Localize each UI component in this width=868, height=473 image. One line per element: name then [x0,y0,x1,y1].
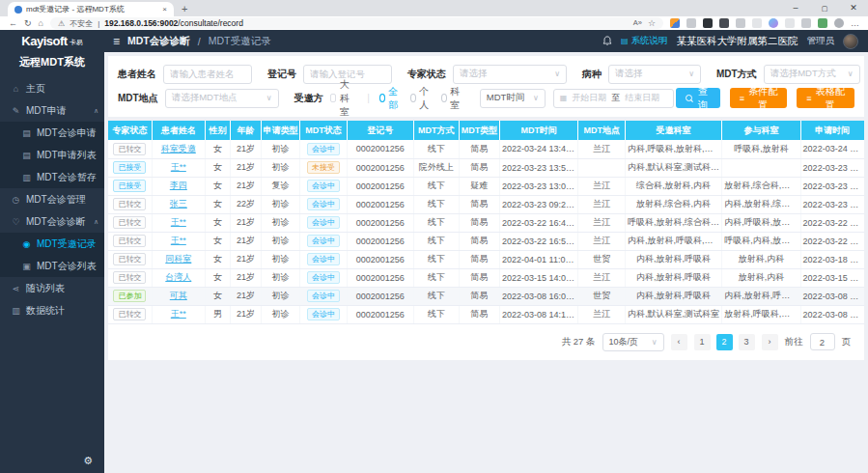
system-help-link[interactable]: ▤ 系统说明 [621,35,668,47]
bell-icon[interactable] [602,36,612,46]
goto-page-input[interactable] [810,333,835,350]
cell-mdt_mode: 线下 [413,250,459,268]
sidebar-item-主页[interactable]: ⌂主页 [0,77,104,99]
cell-expert_status: 已接受 [108,158,152,177]
favorite-star-icon[interactable]: ☆ [648,18,656,28]
back-icon[interactable]: ← [9,18,17,28]
mdt-status-tag: 会诊中 [307,216,340,229]
page-size-value: 10条/页 [609,336,639,348]
patient-name-link[interactable]: 可其 [170,291,187,300]
home-icon[interactable]: ⌂ [39,18,43,28]
patient-name-link[interactable]: 科室受邀 [161,144,196,153]
radio-dot-icon [410,94,416,102]
next-page-button[interactable]: › [762,334,778,350]
column-header-MDT状态: MDT状态 [300,121,348,140]
table-row: 已转交王**女21岁初诊会诊中0002001256线下简易2022-03-22 … [108,232,864,250]
sidebar: Kayisoft 卡易 远程MDT系统 ⌂主页✎MDT申请∧▤MDT会诊申请▤M… [0,30,104,473]
page-button-2[interactable]: 2 [716,334,733,350]
mdt-place-select[interactable]: 请选择MDT地点 ∨ [165,89,279,108]
gear-icon[interactable]: ⚙ [83,455,93,467]
expert-status-tag: 已转交 [113,143,146,155]
shield-icon: ▣ [21,262,32,271]
sidebar-item-MDT会诊暂存[interactable]: ▥MDT会诊暂存 [0,166,104,188]
sidebar-item-数据统计[interactable]: ▥数据统计 [0,299,104,321]
extension-icon-1[interactable] [670,18,680,28]
sliders-icon: ≡ [806,94,811,103]
patient-name-link[interactable]: 王** [171,236,186,245]
radio-label: 科室 [450,85,462,112]
patient-name-input[interactable] [163,65,252,84]
share-icon: ⋖ [11,284,21,293]
mdt-mode-select[interactable]: 请选择MDT方式 ∨ [764,65,860,84]
patient-name-link[interactable]: 张三 [170,199,187,209]
sidebar-item-MDT会诊管理[interactable]: ◷MDT会诊管理 [0,188,104,210]
extension-icon-2[interactable] [686,18,696,28]
browser-tab[interactable]: mdt受邀记录 - 远程MDT系统 × [8,2,174,16]
invitee-radio-all[interactable]: 全部 [379,85,401,112]
extension-icon-3[interactable] [703,18,713,28]
sidebar-item-MDT会诊申请[interactable]: ▤MDT会诊申请 [0,122,104,144]
url-text[interactable]: 192.168.0.156:9002/consultate/record [104,18,243,28]
page-button-1[interactable]: 1 [694,334,711,350]
cell-invited_depts: 内科,放射科,呼吸科 [625,268,721,287]
cell-name: 王** [152,213,205,232]
collections-icon[interactable] [801,18,811,28]
time-field-select[interactable]: MDT时间 ∨ [480,89,546,108]
address-bar[interactable]: ⚠ 不安全 | 192.168.0.156:9002/consultate/re… [50,17,663,29]
chevron-down-icon: ∨ [652,338,658,347]
divider: | [367,93,370,103]
column-header-MDT类型: MDT类型 [459,121,499,140]
cell-mdt_place [578,158,626,177]
extension-icon-6[interactable] [752,18,762,28]
read-aloud-icon[interactable]: A» [633,18,642,28]
more-menu-icon[interactable]: … [851,18,859,28]
invitee-radio-personal[interactable]: 个人 [410,85,432,112]
split-screen-icon[interactable] [785,18,795,28]
patient-name-link[interactable]: 台湾人 [165,272,191,282]
minimize-icon[interactable]: – [781,0,810,16]
maximize-icon[interactable]: ▢ [810,0,839,16]
patient-name-link[interactable]: 王** [171,309,186,319]
search-button[interactable]: 查询 [676,88,720,108]
patient-name-link[interactable]: 王** [171,217,186,227]
page-button-3[interactable]: 3 [739,334,755,350]
sidebar-item-MDT申请[interactable]: ✎MDT申请∧ [0,99,104,122]
close-icon[interactable]: ✕ [839,0,868,16]
cell-mdt_mode: 线下 [413,177,459,195]
user-avatar[interactable] [843,34,858,49]
extension-icon-5[interactable] [736,18,745,28]
sidebar-item-随访列表[interactable]: ⋖随访列表 [0,277,104,299]
table-config-button[interactable]: ≡ 表格配置 [797,88,854,108]
expert-status-tag: 已参加 [113,290,146,302]
invitee-radio-dept[interactable]: 科室 [441,85,462,112]
column-header-MDT方式: MDT方式 [413,121,459,140]
condition-config-button[interactable]: ≡ 条件配置 [730,88,788,108]
tab-close-icon[interactable]: × [162,5,167,14]
refresh-icon[interactable]: ↻ [24,18,32,28]
disease-select[interactable]: 请选择 ∨ [608,65,701,84]
patient-name-link[interactable]: 李四 [170,181,187,190]
page-size-select[interactable]: 10条/页 ∨ [602,333,664,351]
sidebar-item-MDT会诊列表[interactable]: ▣MDT会诊列表 [0,255,104,277]
cell-apply_type: 初诊 [261,268,300,287]
prev-page-button[interactable]: ‹ [671,334,687,350]
sidebar-item-MDT会诊诊断[interactable]: ♡MDT会诊诊断∧ [0,210,104,233]
browser-profile-avatar[interactable] [834,18,844,28]
patient-name-link[interactable]: 王** [171,162,186,172]
patient-name-link[interactable]: 同科室 [165,254,191,264]
sliders-icon: ≡ [740,94,744,103]
sidebar-item-label: MDT会诊申请 [37,126,97,140]
topbar-right: ▤ 系统说明 某某医科大学附属第二医院 管理员 [602,34,858,49]
browser-essentials-icon[interactable] [818,18,827,28]
sidebar-item-MDT申请列表[interactable]: ▤MDT申请列表 [0,144,104,166]
cell-join_depts: 放射科,综合科,内科 [722,177,800,195]
new-tab-button[interactable]: + [182,2,187,16]
expert-status-tag: 已转交 [113,216,146,229]
sidebar-item-MDT受邀记录[interactable]: ◉MDT受邀记录 [0,233,104,255]
menu-fold-icon[interactable]: ≡ [113,35,120,48]
big-dept-checkbox-label[interactable]: 大科室 [340,78,357,119]
big-dept-checkbox[interactable] [330,94,336,102]
extension-icon-4[interactable] [719,18,729,28]
copilot-icon[interactable] [769,18,778,28]
date-range-picker[interactable]: ▦ 开始日期 至 结束日期 [553,89,674,108]
